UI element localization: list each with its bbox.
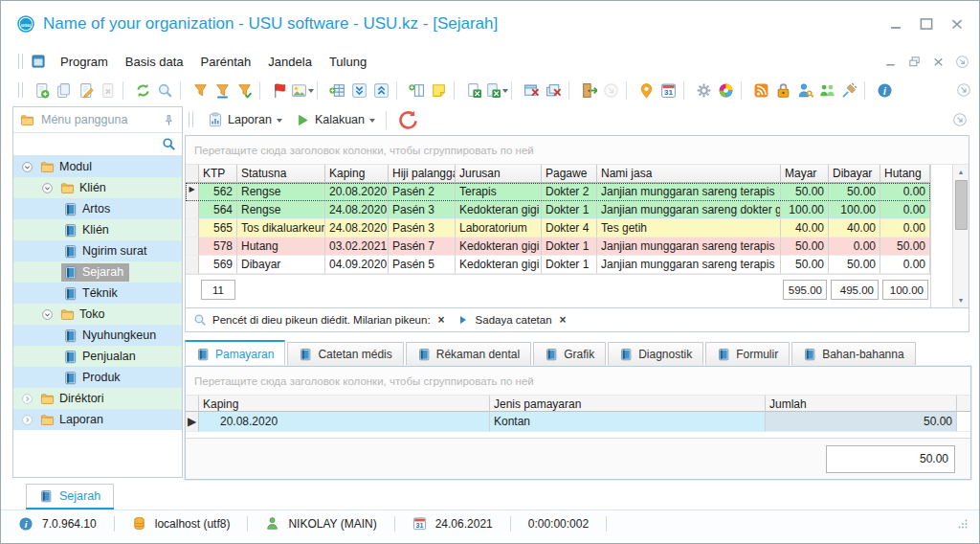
undo-icon[interactable]: [397, 109, 419, 131]
payment-row[interactable]: ▶20.08.2020Kontan50.00: [186, 412, 970, 432]
location-icon[interactable]: [635, 79, 657, 102]
rss-icon[interactable]: [750, 79, 772, 102]
filter-icon[interactable]: [189, 79, 212, 102]
users-group-icon[interactable]: [816, 79, 838, 102]
group-by-bar[interactable]: Перетащите сюда заголовок колонки, чтобы…: [186, 367, 970, 396]
expand-node-icon[interactable]: [21, 393, 33, 405]
column-header-nami-jasa[interactable]: Nami jasa: [597, 165, 781, 183]
bottom-tab-sejarah[interactable]: Sejarah: [26, 484, 114, 508]
search-icon[interactable]: [162, 137, 176, 151]
run-button[interactable]: Kalakuan: [289, 110, 382, 130]
vertical-scrollbar[interactable]: ▲ ▼: [952, 165, 969, 307]
window-menu-icon[interactable]: [31, 54, 46, 69]
table-row[interactable]: 564Rengse24.08.2020Pasén 3Kedokteran gig…: [186, 201, 930, 219]
sidebar-item-toko[interactable]: Toko: [13, 304, 182, 325]
collapse-node-icon[interactable]: [21, 161, 33, 173]
menubar-overflow-icon[interactable]: [955, 55, 969, 69]
mdi-restore-button[interactable]: [907, 55, 922, 69]
sidebar-item-sejarah[interactable]: Sejarah: [13, 261, 182, 283]
collapse-all-icon[interactable]: [348, 79, 370, 102]
column-header-hutang[interactable]: Hutang: [880, 165, 930, 183]
mdi-close-button[interactable]: [931, 55, 946, 69]
tab-grafik[interactable]: Grafik: [533, 342, 606, 366]
pin-icon[interactable]: [163, 114, 175, 126]
excel-import-icon[interactable]: [485, 79, 507, 102]
column-header-dibayar[interactable]: Dibayar: [829, 165, 880, 183]
excel-export-icon[interactable]: [463, 79, 485, 102]
close-button[interactable]: [948, 15, 966, 33]
expand-all-icon[interactable]: [370, 79, 392, 102]
column-header-statusna[interactable]: Statusna: [237, 165, 325, 183]
lock-icon[interactable]: [772, 79, 794, 102]
sidebar-item-nyuhungkeun[interactable]: Nyuhungkeun: [13, 325, 182, 346]
resize-grip[interactable]: [956, 517, 969, 531]
more-actions-icon[interactable]: [600, 79, 622, 102]
tab-rékaman-dental[interactable]: Rékaman dental: [406, 342, 531, 366]
column-header-jurusan[interactable]: Jurusan: [456, 165, 542, 183]
sidebar-item-klién[interactable]: Klién: [13, 177, 182, 198]
filter-saved-icon[interactable]: [234, 79, 256, 102]
column-header-mayar[interactable]: Mayar: [781, 165, 829, 183]
menu-item-tulung[interactable]: Tulung: [321, 52, 375, 72]
menu-item-paréntah[interactable]: Paréntah: [192, 52, 260, 72]
clear-scope-icon[interactable]: ×: [558, 313, 568, 327]
minimize-button[interactable]: [887, 15, 904, 33]
theme-icon[interactable]: [715, 79, 737, 102]
scroll-down-icon[interactable]: ▼: [955, 294, 968, 306]
toolbar2-overflow-icon[interactable]: [952, 112, 968, 127]
tab-formulir[interactable]: Formulir: [705, 342, 790, 366]
column-header-ktp[interactable]: KTP: [199, 165, 237, 183]
insert-table-icon[interactable]: [326, 79, 348, 102]
table-row[interactable]: 578Hutang03.02.2021Pasén 7Kedokteran gig…: [186, 238, 930, 256]
sidebar-item-diréktori[interactable]: Diréktori: [13, 388, 182, 409]
expand-node-icon[interactable]: [21, 414, 33, 426]
menu-item-jandela[interactable]: Jandela: [259, 52, 321, 72]
refresh-icon[interactable]: [132, 79, 154, 102]
settings-icon[interactable]: [693, 79, 715, 102]
mdi-minimize-button[interactable]: [883, 55, 898, 69]
flag-icon[interactable]: [269, 79, 291, 102]
info-icon[interactable]: i: [874, 79, 896, 102]
scroll-up-icon[interactable]: ▲: [955, 166, 968, 178]
menu-item-basis-data[interactable]: Basis data: [117, 52, 192, 72]
sidebar-item-ngirim-surat[interactable]: Ngirim surat: [13, 240, 182, 261]
column-header-hiji-palanggan[interactable]: Hiji palanggan: [389, 165, 456, 183]
edit-record-icon[interactable]: [75, 79, 97, 102]
collapse-node-icon[interactable]: [41, 308, 54, 321]
sidebar-search-input[interactable]: [19, 138, 158, 151]
column-header-pagawe[interactable]: Pagawe: [542, 165, 597, 183]
exit-icon[interactable]: [578, 79, 600, 102]
filter-apply-icon[interactable]: [212, 79, 234, 102]
table-row[interactable]: 569Dibayar04.09.2020Pasén 5Kedokteran gi…: [186, 256, 930, 274]
collapse-node-icon[interactable]: [41, 182, 54, 194]
column-header-jenis-pamayaran[interactable]: Jenis pamayaran: [490, 396, 766, 412]
clear-filter-icon[interactable]: ×: [436, 313, 447, 327]
sidebar-item-laporan[interactable]: Laporan: [13, 409, 182, 430]
filter-edit-hint[interactable]: Pencét di dieu pikeun diédit. Milarian p…: [212, 314, 431, 326]
toolbar-overflow-icon[interactable]: [956, 82, 971, 98]
plugin-icon[interactable]: [838, 79, 860, 102]
search-icon[interactable]: [154, 79, 176, 102]
scrollbar-thumb[interactable]: [955, 180, 968, 230]
copy-record-icon[interactable]: [53, 79, 75, 102]
close-all-windows-icon[interactable]: [543, 79, 565, 102]
note-icon[interactable]: [428, 79, 450, 102]
sidebar-item-téknik[interactable]: Téknik: [13, 283, 182, 304]
sidebar-item-produk[interactable]: Produk: [13, 367, 182, 388]
user-permissions-icon[interactable]: [794, 79, 816, 102]
tab-pamayaran[interactable]: Pamayaran: [185, 340, 285, 366]
report-button[interactable]: Laporan: [201, 109, 289, 130]
image-icon[interactable]: [291, 79, 313, 102]
filter-scope-label[interactable]: Sadaya catetan: [476, 314, 552, 326]
sidebar-item-penjualan[interactable]: Penjualan: [13, 346, 182, 367]
sidebar-item-artos[interactable]: Artos: [13, 198, 182, 219]
toolbar-grip[interactable]: [189, 112, 193, 127]
tab-catetan-médis[interactable]: Catetan médis: [287, 342, 403, 366]
close-window-icon[interactable]: [521, 79, 543, 102]
tab-diagnostik[interactable]: Diagnostik: [608, 342, 703, 366]
sidebar-item-modul[interactable]: Modul: [13, 156, 182, 177]
column-header-kaping[interactable]: Kaping: [325, 165, 389, 183]
column-header-kaping[interactable]: Kaping: [199, 396, 490, 412]
add-column-icon[interactable]: [406, 79, 428, 102]
menu-item-program[interactable]: Program: [52, 52, 117, 72]
